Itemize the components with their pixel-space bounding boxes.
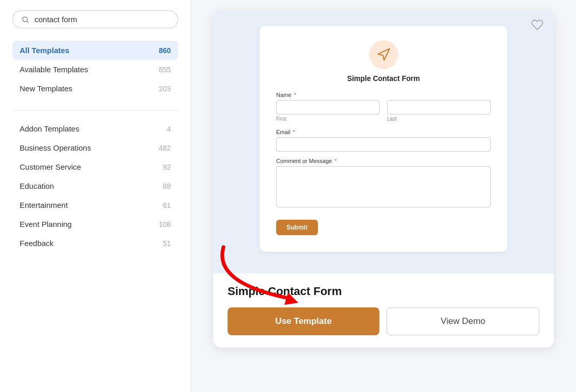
category-label: Business Operations [20,143,91,152]
message-field-group: Comment or Message * [276,158,491,209]
first-name-label: First [276,116,380,122]
category-feedback[interactable]: Feedback 51 [12,234,178,253]
use-template-button[interactable]: Use Template [228,307,379,335]
category-label: Event Planning [20,220,72,228]
filter-available-templates[interactable]: Available Templates 855 [12,60,178,79]
category-entertainment[interactable]: Entertainment 61 [12,195,178,215]
message-label: Comment or Message * [276,158,491,164]
filter-count: 203 [159,85,171,93]
last-name-field: Last [387,100,491,122]
last-name-input[interactable] [387,100,491,115]
name-label: Name * [276,92,491,98]
form-preview: Simple Contact Form Name * First Last [260,26,507,252]
search-box[interactable] [12,10,178,28]
first-name-input[interactable] [276,100,380,115]
template-card: Simple Contact Form Name * First Last [213,10,554,348]
name-field-group: Name * First Last [276,92,491,122]
category-count: 51 [163,239,171,248]
search-icon [21,15,29,24]
form-preview-title: Simple Contact Form [276,74,491,83]
category-label: Customer Service [20,162,81,171]
name-inputs-row: First Last [276,100,491,122]
card-bottom: Simple Contact Form Use Template View De… [213,273,554,348]
form-submit-button[interactable]: Submit [276,220,318,235]
filter-label: New Templates [20,84,72,93]
category-count: 88 [163,182,171,190]
category-label: Education [20,182,54,190]
category-count: 482 [159,144,171,152]
category-count: 4 [167,125,171,133]
heart-icon [531,19,543,31]
form-icon-wrap [276,40,491,69]
category-label: Entertainment [20,201,68,209]
category-education[interactable]: Education 88 [12,176,178,195]
category-event-planning[interactable]: Event Planning 108 [12,215,178,234]
sidebar-divider [12,110,178,111]
category-count: 92 [163,163,171,171]
card-preview: Simple Contact Form Name * First Last [213,10,554,273]
view-demo-button[interactable]: View Demo [387,307,539,335]
template-title: Simple Contact Form [228,285,539,298]
filter-list: All Templates 860 Available Templates 85… [12,41,178,98]
message-input[interactable] [276,166,491,207]
last-name-label: Last [387,116,491,122]
category-label: Addon Templates [20,124,79,133]
search-input[interactable] [35,15,169,24]
svg-line-1 [27,21,28,23]
sidebar: All Templates 860 Available Templates 85… [0,0,191,392]
category-count: 61 [163,201,171,209]
filter-new-templates[interactable]: New Templates 203 [12,79,178,98]
email-label: Email * [276,129,491,135]
category-label: Feedback [20,239,54,248]
filter-label: Available Templates [20,65,88,74]
category-addon-templates[interactable]: Addon Templates 4 [12,119,178,138]
filter-all-templates[interactable]: All Templates 860 [12,41,178,60]
favorite-button[interactable] [531,19,543,32]
filter-count: 855 [159,66,171,74]
category-business-operations[interactable]: Business Operations 482 [12,138,178,157]
category-customer-service[interactable]: Customer Service 92 [12,157,178,176]
filter-label: All Templates [20,46,69,55]
filter-count: 860 [159,46,171,55]
form-icon-circle [369,40,398,69]
email-field-group: Email * [276,129,491,152]
category-list: Addon Templates 4 Business Operations 48… [12,119,178,253]
megaphone-icon [376,47,391,62]
main-panel: Simple Contact Form Name * First Last [191,0,576,392]
card-actions: Use Template View Demo [228,307,539,335]
email-input[interactable] [276,137,491,152]
category-count: 108 [159,220,171,228]
first-name-field: First [276,100,380,122]
